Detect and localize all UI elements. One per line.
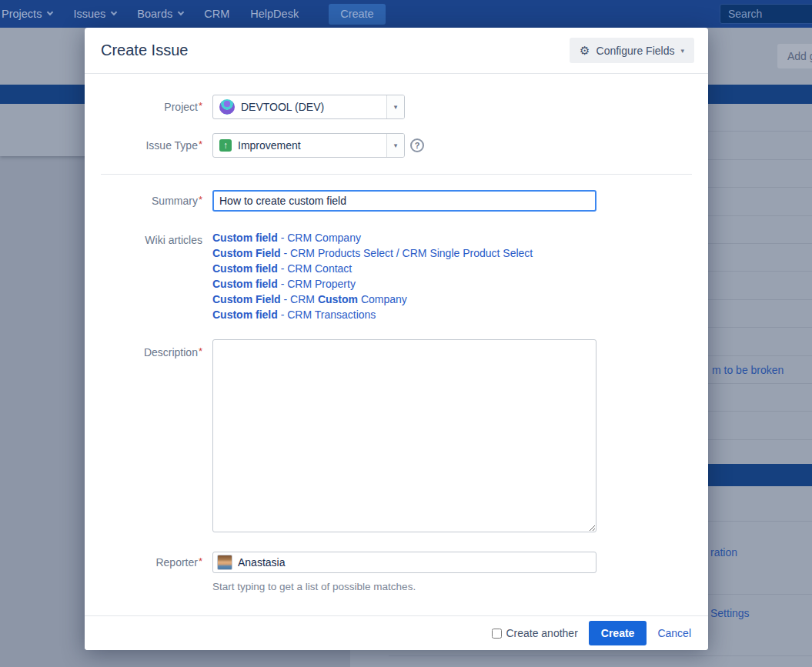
dialog-header: Create Issue ⚙ Configure Fields ▾: [85, 28, 708, 74]
issue-type-field-row: Issue Type Improvement ▾: [85, 133, 708, 158]
reporter-field-row: Reporter: [85, 552, 708, 573]
gear-icon: ⚙: [580, 45, 590, 56]
issue-type-select-dropdown-button[interactable]: ▾: [386, 134, 404, 157]
wiki-article-link[interactable]: Custom field - CRM Property: [212, 276, 533, 292]
top-navbar: ProjectsIssuesBoardsCRMHelpDesk Create: [0, 0, 812, 28]
issue-type-select-text: Improvement: [238, 139, 301, 152]
wiki-articles-row: Wiki articles Custom field - CRM Company…: [85, 230, 708, 322]
project-select-text: DEVTOOL (DEV): [241, 101, 324, 113]
reporter-help-text: Start typing to get a list of possible m…: [212, 581, 708, 592]
nav-item-label: CRM: [204, 8, 229, 20]
dialog-footer: Create another Create Cancel: [85, 615, 708, 650]
reporter-avatar: [217, 555, 232, 570]
chevron-down-icon: [178, 9, 184, 15]
wiki-article-link[interactable]: Custom field - CRM Company: [212, 230, 533, 245]
project-select[interactable]: DEVTOOL (DEV) ▾: [212, 95, 405, 119]
issue-type-select-value: Improvement: [213, 134, 386, 157]
dialog-title: Create Issue: [101, 42, 188, 59]
nav-item-crm[interactable]: CRM: [204, 8, 229, 20]
create-button[interactable]: Create: [589, 621, 647, 645]
issue-type-label: Issue Type: [85, 133, 212, 158]
wiki-article-link[interactable]: Custom Field - CRM Products Select / CRM…: [212, 245, 533, 261]
project-avatar-icon: [219, 99, 235, 115]
improvement-type-icon: [219, 139, 232, 152]
background-link-settings[interactable]: Settings: [710, 607, 750, 619]
background-link-configuration[interactable]: ration: [710, 546, 737, 559]
wiki-article-link[interactable]: Custom Field - CRM Custom Company: [212, 292, 533, 307]
nav-item-label: HelpDesk: [250, 8, 299, 20]
project-field-row: Project DEVTOOL (DEV) ▾: [85, 95, 708, 119]
nav-item-label: Boards: [137, 8, 172, 20]
description-field-row: Description: [85, 339, 708, 532]
create-another-label: Create another: [506, 627, 577, 639]
search-input[interactable]: [720, 4, 812, 24]
add-gadget-button[interactable]: Add g: [777, 44, 812, 68]
background-link-broken-item[interactable]: m to be broken: [712, 364, 784, 376]
nav-item-issues[interactable]: Issues: [73, 8, 116, 20]
description-textarea[interactable]: [212, 339, 596, 532]
wiki-articles-label: Wiki articles: [85, 230, 212, 322]
nav-item-helpdesk[interactable]: HelpDesk: [250, 8, 299, 20]
summary-field-row: Summary: [85, 190, 708, 212]
cancel-link[interactable]: Cancel: [657, 627, 691, 639]
reporter-input[interactable]: [238, 556, 592, 569]
nav-item-label: Projects: [2, 8, 42, 20]
wiki-article-link[interactable]: Custom field - CRM Contact: [212, 261, 533, 276]
project-label: Project: [85, 95, 212, 119]
nav-create-button[interactable]: Create: [329, 4, 386, 25]
create-another-checkbox[interactable]: [492, 629, 502, 639]
nav-item-boards[interactable]: Boards: [137, 8, 183, 20]
project-select-value: DEVTOOL (DEV): [213, 95, 386, 118]
nav-item-label: Issues: [73, 8, 105, 20]
reporter-label: Reporter: [85, 552, 212, 573]
chevron-down-icon: ▾: [680, 47, 684, 55]
app-root: Add g m to be broken ration Settings Pro…: [0, 0, 812, 667]
section-divider: [101, 174, 692, 175]
reporter-picker[interactable]: [212, 552, 596, 573]
configure-fields-button[interactable]: ⚙ Configure Fields ▾: [570, 38, 694, 63]
help-icon[interactable]: [410, 138, 424, 152]
create-another-option[interactable]: Create another: [492, 627, 577, 639]
nav-item-projects[interactable]: Projects: [2, 8, 52, 20]
summary-label: Summary: [85, 190, 212, 212]
wiki-articles-list: Custom field - CRM CompanyCustom Field -…: [212, 230, 533, 322]
nav-items: ProjectsIssuesBoardsCRMHelpDesk: [2, 8, 319, 20]
dialog-body: Project DEVTOOL (DEV) ▾ Issue Type Impro…: [85, 74, 708, 592]
chevron-down-icon: [111, 9, 117, 15]
summary-input[interactable]: [212, 190, 596, 212]
create-issue-dialog: Create Issue ⚙ Configure Fields ▾ Projec…: [85, 28, 708, 650]
configure-fields-label: Configure Fields: [596, 45, 675, 57]
description-label: Description: [85, 339, 212, 532]
issue-type-select[interactable]: Improvement ▾: [212, 133, 405, 158]
chevron-down-icon: [47, 9, 53, 15]
project-select-dropdown-button[interactable]: ▾: [386, 95, 404, 118]
wiki-article-link[interactable]: Custom field - CRM Transactions: [212, 307, 533, 322]
